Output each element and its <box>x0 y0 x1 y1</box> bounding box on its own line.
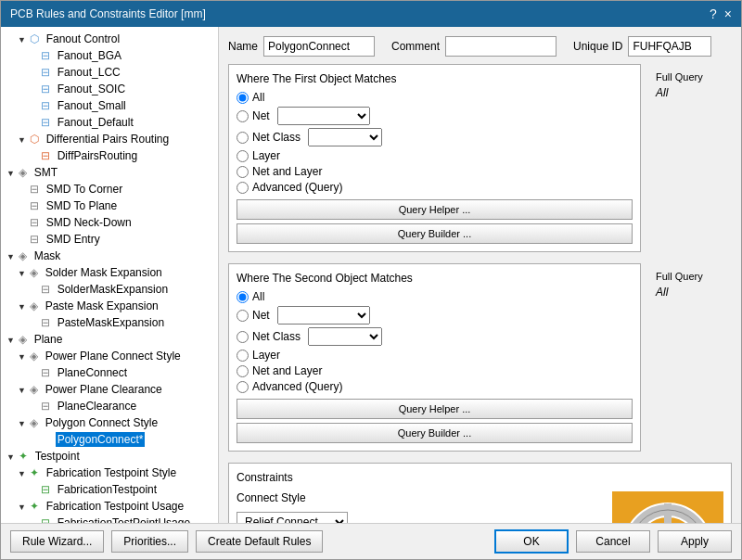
comment-input[interactable] <box>445 36 556 57</box>
first-netclass-select[interactable] <box>308 128 382 146</box>
first-full-query-value: All <box>656 86 724 99</box>
content-area: ▼ ⬡ Fanout Control ⊟ Fanout_BGA ⊟ Fanout… <box>1 27 741 523</box>
first-object-section: Where The First Object Matches All Net <box>228 64 732 260</box>
tree-item-pastemask-expansion[interactable]: ⊟ PasteMaskExpansion <box>1 314 218 331</box>
first-query-helper-btn[interactable]: Query Helper ... <box>237 199 633 220</box>
tree-item-power-plane-connect[interactable]: ▼ ◈ Power Plane Connect Style <box>1 348 218 364</box>
second-netclass-row: Net Class <box>237 327 633 346</box>
apply-btn[interactable]: Apply <box>658 530 732 553</box>
smd-corner-label: SMD To Corner <box>45 182 124 197</box>
first-object-title: Where The First Object Matches <box>237 72 633 85</box>
tree-item-solder-mask[interactable]: ▼ ◈ Solder Mask Expansion <box>1 264 218 281</box>
tree-item-fab-testpoint-usage[interactable]: ▼ ✦ Fabrication Testpoint Usage <box>1 498 218 515</box>
second-query-helper-btn[interactable]: Query Helper ... <box>237 399 633 419</box>
fab-testpoint-style-label: Fabrication Testpoint Style <box>45 465 179 480</box>
smd-entry-label: SMD Entry <box>45 232 102 247</box>
second-netclass-label: Net Class <box>252 330 301 343</box>
second-netclass-select[interactable] <box>308 327 382 346</box>
tree-item-fanout-default[interactable]: ⊟ Fanout_Default <box>1 114 218 131</box>
planeclearance-label: PlaneClearance <box>56 399 138 414</box>
rule-wizard-btn[interactable]: Rule Wizard... <box>10 530 104 553</box>
tree-item-planeclearance[interactable]: ⊟ PlaneClearance <box>1 398 218 414</box>
connect-style-row: Connect Style <box>237 491 601 504</box>
cancel-btn[interactable]: Cancel <box>576 530 650 553</box>
first-netclass-radio[interactable] <box>237 132 249 144</box>
ok-btn[interactable]: OK <box>494 529 569 554</box>
second-all-row: All <box>237 290 633 303</box>
second-all-radio[interactable] <box>237 291 249 303</box>
second-object-title: Where The Second Object Matches <box>237 272 633 285</box>
first-net-label: Net <box>252 109 270 122</box>
left-panel: ▼ ⬡ Fanout Control ⊟ Fanout_BGA ⊟ Fanout… <box>1 27 219 523</box>
second-netclass-radio[interactable] <box>237 331 249 343</box>
second-advanced-label: Advanced (Query) <box>252 380 342 393</box>
second-layer-radio[interactable] <box>237 350 249 362</box>
second-object-box: Where The Second Object Matches All Net <box>228 263 641 452</box>
first-full-query-title: Full Query <box>656 71 724 83</box>
priorities-btn[interactable]: Priorities... <box>111 530 188 553</box>
tree-item-smd-plane[interactable]: ⊟ SMD To Plane <box>1 197 218 214</box>
tree-item-fanout-small[interactable]: ⊟ Fanout_Small <box>1 97 218 114</box>
fanout-small-label: Fanout_Small <box>56 98 128 113</box>
first-netlayer-radio[interactable] <box>237 166 249 178</box>
first-advanced-radio[interactable] <box>237 182 249 194</box>
tree-item-diffpairs[interactable]: ⊟ DiffPairsRouting <box>1 147 218 164</box>
fanout-soic-label: Fanout_SOIC <box>56 82 127 96</box>
constraints-controls: Connect Style Relief Connect Direct Conn… <box>237 491 601 523</box>
tree-item-fab-testpoint-style[interactable]: ▼ ✦ Fabrication Testpoint Style <box>1 465 218 481</box>
second-query-builder-btn[interactable]: Query Builder ... <box>237 423 633 443</box>
tree-item-mask[interactable]: ▼ ◈ Mask <box>1 248 218 264</box>
diff-pairs-label: Differential Pairs Routing <box>45 132 172 146</box>
tree-item-paste-mask[interactable]: ▼ ◈ Paste Mask Expansion <box>1 298 218 314</box>
second-net-radio[interactable] <box>237 310 249 322</box>
tree-item-smt[interactable]: ▼ ◈ SMT <box>1 164 218 181</box>
tree-item-testpoint[interactable]: ▼ ✦ Testpoint <box>1 448 218 465</box>
tree-item-power-plane-clearance[interactable]: ▼ ◈ Power Plane Clearance <box>1 381 218 398</box>
window-title: PCB Rules and Constraints Editor [mm] <box>10 7 206 20</box>
second-layer-label: Layer <box>252 349 280 362</box>
tree-item-fanout-bga[interactable]: ⊟ Fanout_BGA <box>1 47 218 64</box>
unique-id-label: Unique ID <box>573 40 622 53</box>
second-advanced-radio[interactable] <box>237 381 249 393</box>
name-input[interactable] <box>263 36 375 57</box>
first-layer-radio[interactable] <box>237 150 249 162</box>
title-bar: PCB Rules and Constraints Editor [mm] ? … <box>1 1 741 27</box>
first-net-select[interactable] <box>277 107 370 125</box>
tree-item-fabtestpoint[interactable]: ⊟ FabricationTestpoint <box>1 481 218 498</box>
tree-item-diff-pairs[interactable]: ▼ ⬡ Differential Pairs Routing <box>1 131 218 147</box>
tree-item-polygonconnect[interactable]: ⊟ PolygonConnect* <box>1 431 218 448</box>
tree-item-planeconnect[interactable]: ⊟ PlaneConnect <box>1 364 218 381</box>
tree-item-fanout-control[interactable]: ▼ ⬡ Fanout Control <box>1 31 218 47</box>
first-netclass-label: Net Class <box>252 131 301 144</box>
tree-item-smd-corner[interactable]: ⊟ SMD To Corner <box>1 181 218 197</box>
tree-item-fabtestpoint-usage[interactable]: ⊟ FabricationTestPointUsage <box>1 515 218 523</box>
first-object-box: Where The First Object Matches All Net <box>228 64 641 252</box>
tree-item-soldermask-expansion[interactable]: ⊟ SolderMaskExpansion <box>1 281 218 298</box>
constraints-body: Connect Style Relief Connect Direct Conn… <box>237 491 723 523</box>
constraints-title: Constraints <box>237 471 723 484</box>
tree-item-smd-entry[interactable]: ⊟ SMD Entry <box>1 231 218 248</box>
second-layer-row: Layer <box>237 349 633 362</box>
second-netlayer-radio[interactable] <box>237 365 249 377</box>
second-net-select[interactable] <box>277 306 370 325</box>
tree-item-polygon-connect-style[interactable]: ▼ ◈ Polygon Connect Style <box>1 414 218 431</box>
tree-item-plane[interactable]: ▼ ◈ Plane <box>1 331 218 348</box>
connect-style-select[interactable]: Relief Connect Direct Connect No Connect <box>237 512 348 523</box>
first-netclass-row: Net Class <box>237 128 633 146</box>
tree-item-fanout-lcc[interactable]: ⊟ Fanout_LCC <box>1 64 218 81</box>
first-net-radio[interactable] <box>237 110 249 122</box>
connect-style-label: Connect Style <box>237 491 306 504</box>
first-all-radio[interactable] <box>237 92 249 104</box>
first-query-builder-btn[interactable]: Query Builder ... <box>237 223 633 244</box>
unique-id-input[interactable] <box>628 36 711 57</box>
tree-item-smd-neckdown[interactable]: ⊟ SMD Neck-Down <box>1 214 218 231</box>
first-net-row: Net <box>237 107 633 125</box>
close-button[interactable]: × <box>724 6 732 21</box>
help-button[interactable]: ? <box>710 6 717 21</box>
polygonconnect-label: PolygonConnect* <box>56 432 146 447</box>
tree-item-fanout-soic[interactable]: ⊟ Fanout_SOIC <box>1 81 218 97</box>
create-default-btn[interactable]: Create Default Rules <box>196 530 323 553</box>
paste-mask-label: Paste Mask Expansion <box>44 299 160 313</box>
poly-visual-container <box>612 491 723 523</box>
main-window: PCB Rules and Constraints Editor [mm] ? … <box>0 0 742 560</box>
